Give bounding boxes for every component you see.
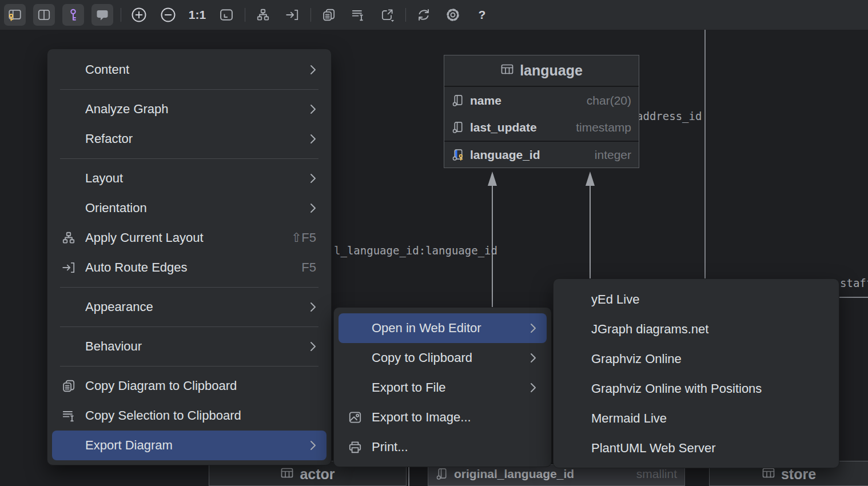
edge-address: [704, 30, 706, 286]
column-name: language_id: [470, 148, 540, 162]
menu-item-label: Analyze Graph: [85, 102, 303, 117]
menu-item-mermaid-live[interactable]: Mermaid Live: [558, 404, 834, 433]
table-title: actor: [300, 466, 335, 483]
copy-icon: [52, 379, 85, 393]
menu-item-export-diagram[interactable]: Export Diagram: [52, 431, 327, 460]
column-name: last_update: [470, 121, 537, 134]
menu-item-label: Appearance: [85, 300, 303, 314]
table-node-language[interactable]: language namechar(20)last_updatetimestam…: [444, 55, 639, 168]
menu-separator: [60, 366, 318, 367]
chevron-right-icon: [530, 323, 536, 333]
menu-item-jgraph-diagrams-net[interactable]: JGraph diagrams.net: [558, 314, 834, 344]
copy-icon: [321, 7, 336, 22]
menu-item-label: Copy Diagram to Clipboard: [85, 379, 316, 393]
chevron-right-icon: [310, 203, 316, 213]
menu-item-open-in-web-editor[interactable]: Open in Web Editor: [339, 313, 547, 343]
column-type: timestamp: [576, 121, 631, 134]
menu-item-graphviz-online-with-positions[interactable]: Graphviz Online with Positions: [558, 374, 834, 404]
edge-label-language-fk: l_language_id:language_id: [334, 244, 497, 257]
export-icon: [380, 7, 395, 22]
copy-diagram-button[interactable]: [318, 4, 340, 26]
menu-item-yed-live[interactable]: yEd Live: [558, 285, 834, 314]
menu-item-export-to-file[interactable]: Export to File: [339, 373, 547, 403]
column-type: char(20): [587, 94, 631, 107]
table-icon: [280, 466, 294, 483]
menu-item-plantuml-web-server[interactable]: PlantUML Web Server: [558, 433, 834, 463]
column-icon: [452, 121, 465, 134]
help-button[interactable]: ?: [471, 4, 493, 26]
menu-item-label: yEd Live: [591, 292, 824, 307]
menu-item-label: Behaviour: [85, 339, 303, 354]
menu-item-analyze-graph[interactable]: Analyze Graph: [52, 94, 327, 124]
edge-label-staff: staff_: [840, 277, 868, 289]
fit-content-icon: [218, 7, 234, 23]
table-node-header[interactable]: language: [444, 55, 639, 87]
fit-content-button[interactable]: [216, 4, 237, 26]
chevron-right-icon: [530, 353, 536, 363]
refresh-button[interactable]: [413, 4, 435, 26]
column-type: smallint: [636, 467, 677, 481]
menu-item-label: Copy to Clipboard: [372, 350, 523, 365]
comment-icon: [95, 7, 110, 22]
menu-item-label: Auto Route Edges: [85, 260, 294, 275]
table-title: language: [520, 62, 583, 79]
copy-selection-icon: [351, 7, 365, 22]
diagram-toolbar: 1:1?: [0, 0, 868, 30]
menu-item-graphviz-online[interactable]: Graphviz Online: [558, 344, 834, 374]
menu-item-copy-to-clipboard[interactable]: Copy to Clipboard: [339, 343, 547, 373]
table-column-row[interactable]: namechar(20): [444, 87, 639, 114]
export-diagram-button[interactable]: [376, 4, 398, 26]
menu-item-content[interactable]: Content: [52, 55, 327, 85]
menu-item-label: Layout: [85, 171, 303, 186]
layout-icon: [52, 230, 85, 245]
show-columns-button[interactable]: [33, 4, 55, 26]
printer-icon: [339, 440, 372, 455]
show-key-columns-button[interactable]: [4, 4, 26, 26]
menu-item-label: JGraph diagrams.net: [591, 322, 824, 337]
zoom-in-button[interactable]: [128, 4, 150, 26]
menu-item-behaviour[interactable]: Behaviour: [52, 332, 327, 361]
diagram-context-menu: ContentAnalyze GraphRefactorLayoutOrient…: [47, 49, 332, 465]
menu-separator: [60, 158, 318, 159]
image-icon: [339, 410, 372, 425]
table-column-row[interactable]: language_idinteger: [444, 141, 639, 168]
chevron-right-icon: [310, 440, 316, 451]
table-icon: [500, 62, 514, 79]
menu-item-print[interactable]: Print...: [339, 432, 547, 462]
menu-item-auto-route-edges[interactable]: Auto Route EdgesF5: [52, 253, 327, 282]
route-edges-icon: [52, 260, 85, 275]
copy-selection-icon: [52, 408, 85, 423]
menu-separator: [60, 89, 318, 90]
show-comments-button[interactable]: [91, 4, 113, 26]
menu-item-layout[interactable]: Layout: [52, 164, 327, 193]
zoom-out-icon: [160, 6, 177, 23]
chevron-right-icon: [310, 134, 316, 144]
export-diagram-submenu: Open in Web EditorCopy to ClipboardExpor…: [333, 307, 552, 467]
edge-label-address-id: address_id: [636, 110, 702, 122]
menu-item-orientation[interactable]: Orientation: [52, 193, 327, 223]
table-column-row[interactable]: last_updatetimestamp: [444, 114, 639, 141]
edge-arrowhead: [586, 172, 595, 186]
menu-item-label: Refactor: [85, 132, 303, 146]
auto-route-edges-button[interactable]: [281, 4, 303, 26]
menu-item-copy-diagram-to-clipboard[interactable]: Copy Diagram to Clipboard: [52, 371, 327, 401]
apply-layout-button[interactable]: [252, 4, 274, 26]
menu-item-appearance[interactable]: Appearance: [52, 292, 327, 322]
menu-item-apply-current-layout[interactable]: Apply Current Layout⇧F5: [52, 223, 327, 253]
menu-item-export-to-image[interactable]: Export to Image...: [339, 403, 547, 432]
copy-selection-button[interactable]: [347, 4, 369, 26]
menu-item-copy-selection-to-clipboard[interactable]: Copy Selection to Clipboard: [52, 401, 327, 431]
toolbar-separator: [405, 8, 406, 22]
menu-item-label: Open in Web Editor: [372, 321, 523, 336]
actual-size-button[interactable]: 1:1: [186, 4, 208, 26]
menu-item-label: Graphviz Online with Positions: [591, 381, 824, 396]
show-keys-button[interactable]: [62, 4, 84, 26]
menu-item-label: Export Diagram: [85, 438, 303, 453]
chevron-right-icon: [310, 341, 316, 352]
menu-item-shortcut: F5: [301, 260, 316, 275]
zoom-out-button[interactable]: [157, 4, 179, 26]
chevron-right-icon: [310, 65, 316, 75]
menu-item-refactor[interactable]: Refactor: [52, 124, 327, 154]
toolbar-separator: [245, 8, 245, 22]
settings-button[interactable]: [442, 4, 464, 26]
